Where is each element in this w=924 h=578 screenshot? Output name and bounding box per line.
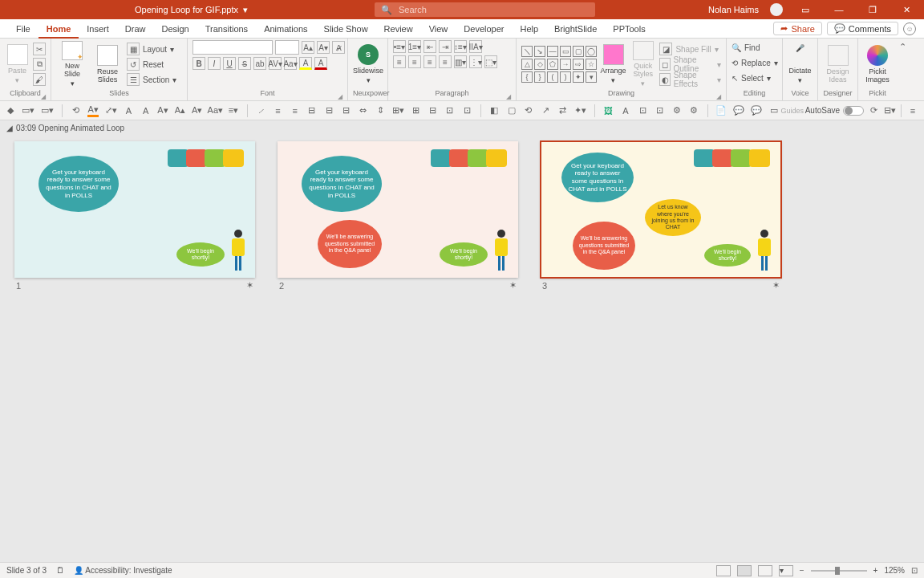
- qat-icon[interactable]: ⇄: [557, 104, 568, 117]
- qat-icon[interactable]: ✦▾: [574, 104, 586, 117]
- qat-icon[interactable]: 📄: [715, 104, 727, 117]
- qat-icon[interactable]: ▭▾: [41, 104, 54, 117]
- paragraph-launcher[interactable]: ◢: [506, 93, 511, 100]
- qat-icon[interactable]: ⊡: [444, 104, 455, 117]
- qat-icon[interactable]: ⊟▾: [883, 104, 896, 117]
- qat-icon[interactable]: ⚙: [688, 104, 699, 117]
- select-button[interactable]: ↖Select ▾: [732, 71, 771, 85]
- qat-icon[interactable]: ⚙: [671, 104, 682, 117]
- shadow-button[interactable]: ab: [253, 57, 266, 70]
- search-box[interactable]: 🔍 Search: [375, 2, 595, 17]
- notes-icon[interactable]: 🗒: [56, 566, 64, 575]
- slide-thumb-2[interactable]: Get your keyboard ready to answer some q…: [278, 141, 518, 278]
- qat-icon[interactable]: ⇕: [375, 104, 385, 117]
- qat-icon[interactable]: ≡: [290, 104, 300, 117]
- line-spacing-button[interactable]: ↕≡▾: [454, 40, 467, 53]
- zoom-slider[interactable]: [811, 570, 867, 572]
- font-color-button[interactable]: A: [314, 57, 327, 70]
- section-button[interactable]: ☰Section ▾: [127, 72, 176, 87]
- tab-brightslide[interactable]: BrightSlide: [546, 19, 605, 39]
- qat-icon[interactable]: ◧: [489, 104, 500, 117]
- qat-icon[interactable]: ⊞▾: [392, 104, 404, 117]
- accessibility-status[interactable]: 👤 Accessibility: Investigate: [74, 566, 172, 575]
- qat-icon[interactable]: ⇔: [358, 104, 368, 117]
- font-name-input[interactable]: [192, 40, 273, 55]
- slideshow-view-button[interactable]: ▾: [779, 565, 793, 576]
- font-launcher[interactable]: ◢: [338, 93, 342, 100]
- tab-home[interactable]: Home: [38, 19, 79, 39]
- qat-icon[interactable]: ⊟: [324, 104, 334, 117]
- design-ideas-button[interactable]: Design Ideas: [823, 41, 853, 88]
- zoom-in-button[interactable]: +: [873, 566, 878, 575]
- italic-button[interactable]: I: [208, 57, 221, 70]
- qat-icon[interactable]: ⊡: [637, 104, 647, 117]
- zoom-out-button[interactable]: −: [800, 566, 804, 575]
- qat-icon[interactable]: ⊟: [341, 104, 351, 117]
- qat-guides[interactable]: Guides: [786, 104, 799, 117]
- qat-icon[interactable]: ◆: [5, 104, 15, 117]
- font-size-input[interactable]: [275, 40, 299, 55]
- align-right-button[interactable]: ≡: [424, 55, 436, 68]
- user-name[interactable]: Nolan Haims: [708, 5, 759, 14]
- tab-help[interactable]: Help: [512, 19, 546, 39]
- strike-button[interactable]: S̶: [238, 57, 251, 70]
- qat-icon[interactable]: ⊟: [428, 104, 438, 117]
- align-text-button[interactable]: ⋮▾: [469, 55, 482, 68]
- find-button[interactable]: 🔍Find: [732, 40, 760, 55]
- qat-icon[interactable]: ≡: [273, 104, 283, 117]
- reuse-slides-button[interactable]: Reuse Slides: [91, 41, 124, 88]
- share-button[interactable]: ➦Share: [773, 22, 821, 35]
- feedback-button[interactable]: ☺: [903, 22, 916, 35]
- qat-icon[interactable]: ⤢▾: [105, 104, 117, 117]
- reset-button[interactable]: ↺Reset: [127, 57, 176, 71]
- zoom-level[interactable]: 125%: [884, 566, 905, 575]
- justify-button[interactable]: ≡: [439, 55, 452, 68]
- dedent-button[interactable]: ⇤: [424, 40, 436, 53]
- align-center-button[interactable]: ≡: [408, 55, 421, 68]
- pickit-button[interactable]: Pickit Images: [863, 41, 892, 88]
- format-painter-button[interactable]: 🖌: [33, 73, 46, 86]
- qat-icon[interactable]: ⊟: [306, 104, 317, 117]
- restore-button[interactable]: ❐: [861, 0, 884, 19]
- qat-icon[interactable]: ⟲: [71, 104, 81, 117]
- increase-font-button[interactable]: A▴: [302, 41, 314, 54]
- qat-icon[interactable]: A: [140, 104, 151, 117]
- tab-view[interactable]: View: [421, 19, 456, 39]
- normal-view-button[interactable]: [716, 565, 731, 576]
- case-button[interactable]: Aa▾: [284, 57, 297, 70]
- minimize-button[interactable]: —: [828, 0, 850, 19]
- copy-button[interactable]: ⧉: [33, 58, 46, 71]
- qat-icon[interactable]: A▾: [87, 104, 98, 117]
- spacing-button[interactable]: AV▾: [269, 57, 282, 70]
- qat-icon[interactable]: ⊞: [411, 104, 421, 117]
- shape-effects-button[interactable]: ◐Shape Effects ▾: [659, 72, 721, 87]
- tab-transitions[interactable]: Transitions: [197, 19, 256, 39]
- clipboard-launcher[interactable]: ◢: [41, 93, 46, 100]
- section-header[interactable]: ◢ 03:09 Opening Animated Loop: [0, 120, 924, 135]
- bullets-button[interactable]: •≡▾: [393, 40, 406, 53]
- qat-icon[interactable]: ⟲: [523, 104, 533, 117]
- quick-styles-button[interactable]: Quick Styles▾: [630, 41, 656, 88]
- qat-icon[interactable]: 💬: [751, 104, 762, 117]
- tab-developer[interactable]: Developer: [456, 19, 512, 39]
- qat-icon[interactable]: Aa▾: [209, 104, 221, 117]
- layout-button[interactable]: ▦Layout ▾: [127, 42, 176, 56]
- align-left-button[interactable]: ≡: [393, 55, 406, 68]
- arrange-button[interactable]: Arrange▾: [600, 41, 626, 88]
- qat-icon[interactable]: ▭▾: [22, 104, 34, 117]
- qat-icon[interactable]: ⟋: [255, 104, 265, 117]
- qat-icon[interactable]: ▭: [768, 104, 779, 117]
- paste-button[interactable]: Paste▾: [5, 41, 30, 88]
- qat-icon[interactable]: 🖼: [603, 104, 614, 117]
- shape-gallery[interactable]: ＼↘—▭▢◯ △◇⬠→⇨☆ {}()✦▾: [521, 46, 597, 83]
- bold-button[interactable]: B: [192, 57, 205, 70]
- fit-window-button[interactable]: ⊡: [911, 566, 918, 575]
- autosave-toggle[interactable]: [843, 106, 864, 116]
- tab-animations[interactable]: Animations: [256, 19, 315, 39]
- shape-outline-button[interactable]: ◻Shape Outline ▾: [659, 57, 721, 71]
- qat-icon[interactable]: ↗: [540, 104, 550, 117]
- title-dropdown-icon[interactable]: ▾: [243, 5, 248, 15]
- drawing-launcher[interactable]: ◢: [716, 93, 721, 100]
- slide-thumb-1[interactable]: Get your keyboard ready to answer some q…: [14, 141, 255, 278]
- dictate-button[interactable]: 🎤 Dictate▾: [788, 41, 813, 88]
